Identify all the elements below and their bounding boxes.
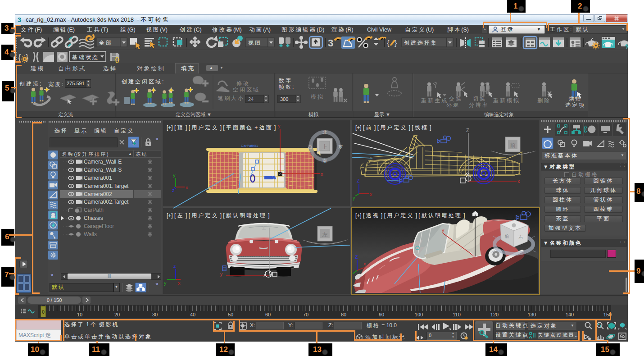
svg-text:z: z <box>267 222 270 227</box>
svg-text:重新生成: 重新生成 <box>421 97 448 104</box>
svg-text:100: 100 <box>415 312 423 317</box>
svg-text:基础状态: 基础状态 <box>72 54 99 60</box>
svg-text:{}: {} <box>115 56 119 63</box>
svg-text:y: y <box>353 195 355 201</box>
svg-text:x: x <box>517 178 520 184</box>
svg-text:30: 30 <box>152 312 158 317</box>
svg-text:西: 西 <box>308 144 313 149</box>
svg-text:交换: 交换 <box>449 96 463 102</box>
svg-text:}: } <box>395 39 397 47</box>
svg-text:x: x <box>363 261 366 266</box>
svg-text:90: 90 <box>379 312 384 317</box>
svg-text:Z: Z <box>355 254 358 260</box>
svg-text:南: 南 <box>322 158 328 163</box>
svg-text:x: x <box>370 192 372 197</box>
svg-text:z: z <box>173 263 176 269</box>
svg-text:Z: Z <box>357 178 360 183</box>
svg-text:北: 北 <box>322 130 328 135</box>
svg-text:创建空闲区域:: 创建空闲区域: <box>121 78 165 85</box>
svg-text:删除: 删除 <box>537 97 551 104</box>
svg-text:40: 40 <box>190 312 195 317</box>
svg-text:y: y <box>442 228 444 233</box>
svg-text:20: 20 <box>114 312 120 317</box>
svg-text:创建选择集: 创建选择集 <box>404 40 438 46</box>
svg-text:切换: 切换 <box>472 96 486 102</box>
svg-text:模拟: 模拟 <box>311 94 324 100</box>
svg-text:视图: 视图 <box>248 40 262 46</box>
svg-text:z: z <box>172 187 175 193</box>
svg-text:x: x <box>178 280 181 286</box>
svg-text:70: 70 <box>303 312 308 317</box>
svg-text:分辨率: 分辨率 <box>469 102 489 108</box>
svg-text:120: 120 <box>490 312 499 317</box>
svg-text:选定项: 选定项 <box>565 102 585 108</box>
svg-text:数字: 数字 <box>279 78 292 84</box>
svg-text:空闲区域: 空闲区域 <box>233 87 260 93</box>
svg-text:东: 东 <box>338 144 344 149</box>
svg-text:130: 130 <box>528 312 536 317</box>
svg-text:y: y <box>348 264 350 269</box>
svg-text:50: 50 <box>228 312 233 317</box>
svg-text:60: 60 <box>265 312 271 317</box>
svg-text:10: 10 <box>77 312 82 317</box>
svg-text:140: 140 <box>566 312 574 317</box>
svg-text:{: { <box>387 39 390 47</box>
svg-text:重新模拟: 重新模拟 <box>493 97 520 104</box>
svg-text:笔刷大小:: 笔刷大小: <box>218 95 247 101</box>
svg-text:{: { <box>18 52 21 62</box>
svg-text:300: 300 <box>280 96 288 102</box>
svg-text:y: y <box>220 272 222 277</box>
svg-text:110: 110 <box>453 312 461 317</box>
svg-text:x: x <box>186 185 188 190</box>
svg-text:帧数:: 帧数: <box>279 84 295 90</box>
svg-text:y: y <box>278 123 281 128</box>
svg-text:24: 24 <box>248 96 254 102</box>
svg-text:前: 前 <box>510 142 517 149</box>
svg-text:左: 左 <box>322 231 329 238</box>
svg-text:Z: Z <box>466 128 469 133</box>
svg-text:修改: 修改 <box>236 80 250 87</box>
svg-text:前: 前 <box>504 233 511 239</box>
svg-text:右: 右 <box>518 234 525 240</box>
svg-text:y: y <box>173 173 176 178</box>
svg-text:3: 3 <box>328 37 333 49</box>
svg-text:上: 上 <box>322 144 329 150</box>
svg-text:外观: 外观 <box>446 102 460 108</box>
svg-text:80: 80 <box>341 312 346 317</box>
svg-text:全部: 全部 <box>99 40 113 46</box>
svg-text:y: y <box>164 280 167 286</box>
svg-text:CarPath01: CarPath01 <box>241 144 259 148</box>
svg-text:烘焙: 烘焙 <box>569 96 582 102</box>
svg-text:x: x <box>321 171 323 177</box>
